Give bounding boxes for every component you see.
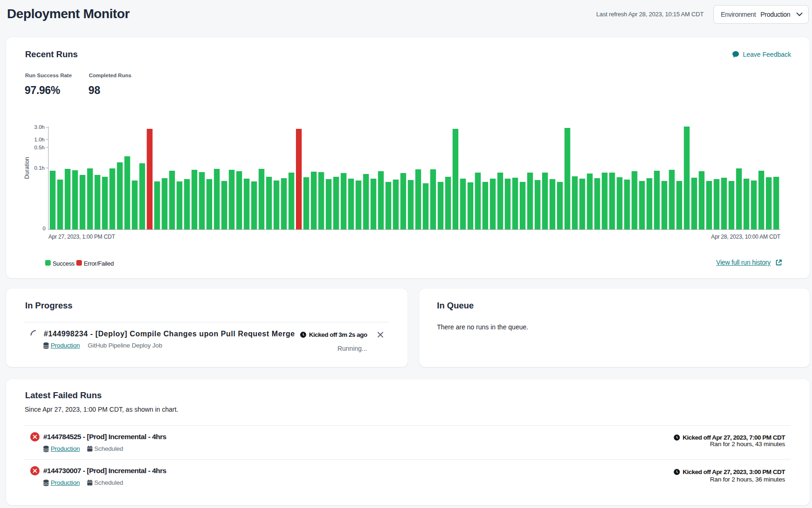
svg-text:0.5h: 0.5h bbox=[34, 145, 45, 150]
svg-text:1.0h: 1.0h bbox=[34, 137, 45, 142]
svg-text:Duration: Duration bbox=[24, 157, 30, 179]
svg-text:Apr 27, 2023, 1:00 PM CDT: Apr 27, 2023, 1:00 PM CDT bbox=[48, 234, 115, 240]
svg-text:0.1h: 0.1h bbox=[34, 165, 45, 171]
svg-text:Apr 28, 2023, 10:00 AM CDT: Apr 28, 2023, 10:00 AM CDT bbox=[711, 234, 781, 240]
svg-text:3.0h: 3.0h bbox=[34, 124, 45, 130]
svg-text:0: 0 bbox=[43, 226, 46, 231]
